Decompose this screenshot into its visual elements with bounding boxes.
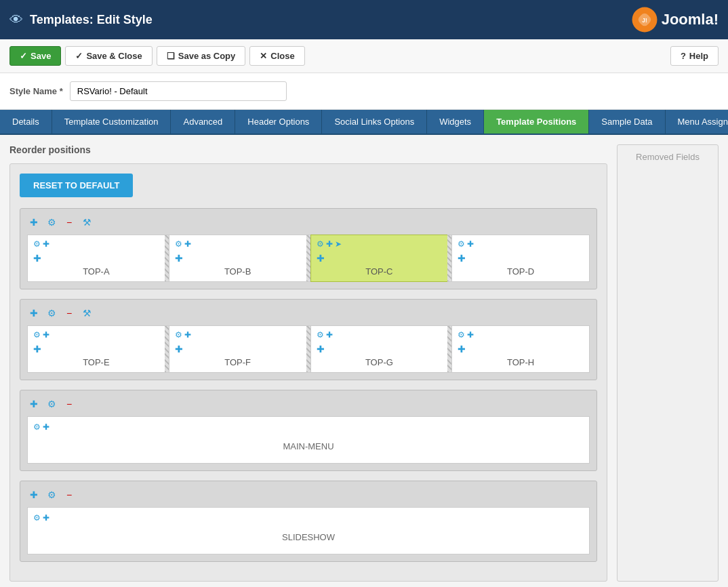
svg-text:J!: J! [642, 17, 647, 24]
row-settings-icon-1[interactable]: ⚙ [45, 306, 58, 320]
tab-social-links-options[interactable]: Social Links Options [322, 110, 427, 134]
tab-sample-data[interactable]: Sample Data [589, 110, 665, 134]
position-cell-1-3: ⚙ ✚ ✚ TOP-H [451, 325, 590, 373]
reset-to-default-button[interactable]: RESET TO DEFAULT [20, 174, 133, 197]
cell-gear-icon-1-3[interactable]: ⚙ [458, 330, 465, 340]
joomla-logo-text: Joomla! [662, 11, 719, 28]
row-wrench-icon-0[interactable]: ⚒ [80, 216, 94, 229]
row-settings-icon-0[interactable]: ⚙ [45, 216, 58, 229]
joomla-logo-icon: J! [630, 5, 659, 34]
cell-gear-icon-0-3[interactable]: ⚙ [458, 239, 465, 249]
wide-cell-add-icon-2[interactable]: ✚ [43, 422, 49, 432]
save-copy-button[interactable]: ❏ Save as Copy [157, 46, 246, 66]
cells-row-2: ⚙ ✚ MAIN-MENU [27, 416, 590, 464]
save-close-icon: ✓ [75, 51, 83, 61]
cell-controls-0-2: ⚙ ✚ ➤ [317, 239, 342, 249]
tab-menu-assignment[interactable]: Menu Assignment [666, 110, 728, 134]
wide-cell-add-icon-3[interactable]: ✚ [43, 513, 49, 523]
page-title: Templates: Edit Style [30, 13, 624, 27]
cell-label-1-0: TOP-E [33, 357, 159, 367]
row-group-3: ✚ ⚙ − ⚙ ✚ SLIDESHOW [20, 481, 597, 562]
cell-move-icon-0-0[interactable]: ✚ [43, 239, 49, 249]
style-name-row: Style Name * [0, 73, 728, 110]
tabs-bar: DetailsTemplate CustomizationAdvancedHea… [0, 110, 728, 135]
tab-details[interactable]: Details [0, 110, 52, 134]
cell-gear-icon-1-2[interactable]: ⚙ [317, 330, 324, 340]
cell-gear-icon-0-1[interactable]: ⚙ [175, 239, 182, 249]
cell-add-icon-0-2[interactable]: ✚ [317, 253, 325, 264]
cell-gear-icon-1-0[interactable]: ⚙ [33, 330, 41, 340]
position-cell-1-1: ⚙ ✚ ✚ TOP-F [169, 325, 306, 373]
cell-controls-1-1: ⚙ ✚ [175, 330, 191, 340]
cell-add-icon-0-3[interactable]: ✚ [458, 253, 466, 264]
close-label: Close [270, 51, 294, 61]
cell-label-0-3: TOP-D [458, 266, 584, 277]
cell-move-icon-1-2[interactable]: ✚ [326, 330, 333, 340]
row-settings-icon-2[interactable]: ⚙ [45, 397, 58, 411]
wide-cell-gear-icon-2[interactable]: ⚙ [33, 422, 41, 432]
position-cell-0-3: ⚙ ✚ ✚ TOP-D [451, 235, 590, 282]
cell-add-icon-1-0[interactable]: ✚ [33, 344, 41, 355]
row-remove-icon-2[interactable]: − [62, 397, 76, 411]
cell-move-icon-0-2[interactable]: ✚ [326, 239, 333, 249]
save-label: Save [31, 51, 51, 61]
row-move-icon-2[interactable]: ✚ [27, 397, 41, 411]
position-cell-1-2: ⚙ ✚ ✚ TOP-G [310, 325, 448, 373]
help-button[interactable]: ? Help [670, 46, 719, 66]
position-cell-0-2: ⚙ ✚ ➤ ✚ TOP-C [310, 235, 448, 282]
cell-add-icon-1-3[interactable]: ✚ [458, 344, 466, 355]
row-group-2: ✚ ⚙ − ⚙ ✚ MAIN-MENU [20, 390, 597, 471]
cell-add-icon-1-1[interactable]: ✚ [175, 344, 183, 355]
save-button[interactable]: ✓ Save [9, 46, 61, 66]
style-name-input[interactable] [70, 81, 287, 101]
positions-area: RESET TO DEFAULT ✚ ⚙ − ⚒ ⚙ ✚ ✚ TOP-A ⚙ ✚… [9, 163, 607, 582]
cell-controls-1-0: ⚙ ✚ [33, 330, 49, 340]
row-wrench-icon-1[interactable]: ⚒ [80, 306, 94, 320]
cell-controls-1-2: ⚙ ✚ [317, 330, 333, 340]
tab-advanced[interactable]: Advanced [171, 110, 235, 134]
cell-label-0-0: TOP-A [33, 266, 159, 277]
row-settings-icon-3[interactable]: ⚙ [45, 488, 58, 502]
eye-icon: 👁 [9, 12, 23, 28]
row-move-icon-0[interactable]: ✚ [27, 216, 41, 229]
wide-cell-label-3: SLIDESHOW [33, 532, 584, 542]
wide-cell-2: ⚙ ✚ MAIN-MENU [27, 416, 590, 464]
row-remove-icon-0[interactable]: − [62, 216, 76, 229]
row-move-icon-1[interactable]: ✚ [27, 306, 41, 320]
row-move-icon-3[interactable]: ✚ [27, 488, 41, 502]
cell-label-1-3: TOP-H [458, 357, 584, 367]
cell-add-icon-0-0[interactable]: ✚ [33, 253, 41, 264]
copy-icon: ❏ [167, 51, 175, 61]
cell-move-icon-0-3[interactable]: ✚ [467, 239, 474, 249]
cell-controls-0-1: ⚙ ✚ [175, 239, 191, 249]
save-close-button[interactable]: ✓ Save & Close [65, 46, 152, 66]
cell-controls-1-3: ⚙ ✚ [458, 330, 474, 340]
save-close-label: Save & Close [86, 51, 142, 61]
cell-move-icon-1-1[interactable]: ✚ [184, 330, 191, 340]
cell-controls-0-0: ⚙ ✚ [33, 239, 49, 249]
tab-header-options[interactable]: Header Options [235, 110, 322, 134]
cell-move-icon-1-0[interactable]: ✚ [43, 330, 49, 340]
content-area: Reorder positions RESET TO DEFAULT ✚ ⚙ −… [0, 135, 728, 587]
tab-widgets[interactable]: Widgets [427, 110, 484, 134]
cell-label-1-1: TOP-F [175, 357, 301, 367]
cell-add-icon-0-1[interactable]: ✚ [175, 253, 183, 264]
row-remove-icon-1[interactable]: − [62, 306, 76, 320]
close-button[interactable]: ✕ Close [249, 46, 304, 66]
cell-move-icon-1-3[interactable]: ✚ [467, 330, 474, 340]
cell-gear-icon-0-0[interactable]: ⚙ [33, 239, 41, 249]
toolbar: ✓ Save ✓ Save & Close ❏ Save as Copy ✕ C… [0, 39, 728, 73]
cell-move-icon-0-1[interactable]: ✚ [184, 239, 191, 249]
tab-template-positions[interactable]: Template Positions [484, 110, 589, 134]
save-icon: ✓ [20, 51, 27, 61]
main-panel: Reorder positions RESET TO DEFAULT ✚ ⚙ −… [9, 144, 607, 582]
wide-cell-label-2: MAIN-MENU [33, 441, 584, 451]
tab-template-customization[interactable]: Template Customization [52, 110, 171, 134]
cell-gear-icon-1-1[interactable]: ⚙ [175, 330, 182, 340]
wide-cell-gear-icon-3[interactable]: ⚙ [33, 513, 41, 523]
row-remove-icon-3[interactable]: − [62, 488, 76, 502]
cell-arrow-icon-0-2[interactable]: ➤ [335, 239, 342, 249]
cell-add-icon-1-2[interactable]: ✚ [317, 344, 325, 355]
cell-gear-icon-0-2[interactable]: ⚙ [317, 239, 324, 249]
help-label: Help [689, 51, 708, 61]
